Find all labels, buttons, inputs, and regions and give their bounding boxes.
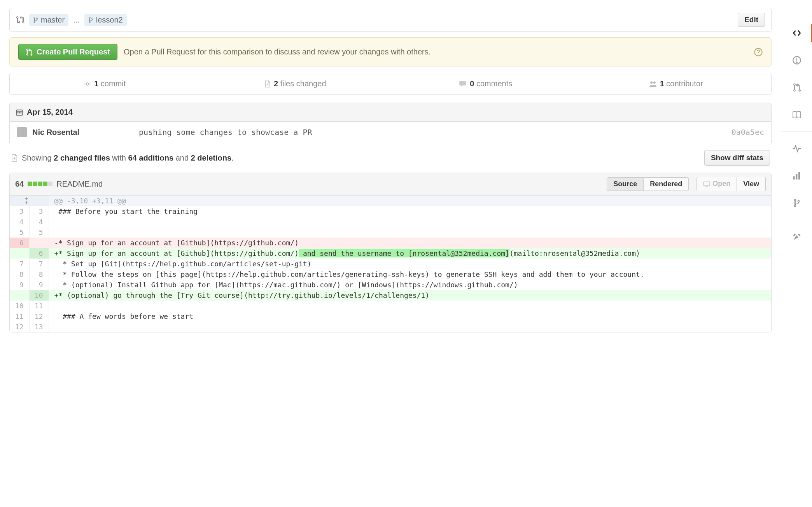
commit-author: Nic Rosental [32,128,133,137]
diff-line: 55 [10,227,771,238]
svg-rect-11 [21,112,22,114]
sidebar-code-icon[interactable] [781,19,812,47]
compare-dots: ... [73,16,80,24]
file-changes-count: 64 [15,180,24,189]
sidebar-wiki-icon[interactable] [781,101,812,128]
stat-comments[interactable]: 0 comments [390,73,581,94]
svg-point-16 [796,62,797,63]
view-button[interactable]: View [737,177,766,191]
diff-line: 1112 ### A few words before we start [10,311,771,322]
help-icon[interactable] [754,48,763,56]
svg-rect-18 [793,176,794,179]
svg-point-6 [653,81,655,84]
compare-stats-bar: 1 commit 2 files changed 0 comments 1 co… [9,73,772,95]
sidebar-network-icon[interactable] [781,189,812,217]
base-branch-pill[interactable]: master [29,14,68,26]
edit-button[interactable]: Edit [738,13,765,27]
svg-rect-19 [796,174,797,180]
svg-point-1 [758,53,759,54]
sidebar-issues-icon[interactable] [781,47,812,74]
svg-rect-12 [704,182,710,185]
compare-icon [16,15,24,24]
source-tab-button[interactable]: Source [607,177,644,191]
svg-point-2 [86,83,89,85]
branch-compare-bar: master ... lesson2 Edit [9,8,772,32]
diff-table: @@ -3,10 +3,11 @@ 33 ### Before you star… [10,196,771,332]
sidebar-pulse-icon[interactable] [781,135,812,162]
diff-line: 77 * Set up [Git](https://help.github.co… [10,259,771,269]
create-pull-request-button[interactable]: Create Pull Request [18,44,117,60]
diff-file-box: 64 README.md Source Rendered Open View [9,173,772,332]
svg-rect-10 [19,112,20,114]
diff-line: 6-* Sign up for an account at [Github](h… [10,238,771,248]
svg-rect-20 [798,172,800,179]
svg-point-5 [650,81,653,84]
create-pr-banner: Create Pull Request Open a Pull Request … [9,37,772,66]
hunk-text: @@ -3,10 +3,11 @@ [49,196,771,206]
sidebar-graphs-icon[interactable] [781,162,812,189]
hunk-header-row: @@ -3,10 +3,11 @@ [10,196,771,206]
diff-line: 1213 [10,322,771,332]
avatar [17,127,27,137]
right-sidebar [781,0,812,340]
svg-rect-9 [18,112,19,114]
compare-branch-pill[interactable]: lesson2 [84,14,127,26]
commit-row[interactable]: Nic Rosental pushing some changes to sho… [9,122,772,143]
diff-line: 44 [10,217,771,227]
commit-date-header: Apr 15, 2014 [9,103,772,122]
svg-rect-13 [705,186,708,186]
diff-line: 6+* Sign up for an account at [Github](h… [10,248,771,259]
diff-summary: Showing 2 changed files with 64 addition… [9,143,772,173]
open-button: Open [696,177,737,191]
diff-line: 88 * Follow the steps on [this page](htt… [10,269,771,280]
rendered-tab-button[interactable]: Rendered [644,177,689,191]
commit-message: pushing some changes to showcase a PR [139,128,726,137]
stat-commits[interactable]: 1 commit [10,73,200,94]
stat-contributors[interactable]: 1 contributor [581,73,772,94]
stat-files[interactable]: 2 files changed [200,73,391,94]
diff-line: 10+* (optional) go through the [Try Git … [10,290,771,301]
file-header: 64 README.md Source Rendered Open View [10,173,771,196]
sidebar-pull-request-icon[interactable] [781,74,812,101]
commit-sha[interactable]: 0a0a5ec [732,128,764,137]
compare-branch-label: lesson2 [96,16,123,24]
expand-icon[interactable] [10,196,49,206]
diff-stat-blocks [28,182,52,186]
diff-line: 99 * (optional) Install Github app for [… [10,280,771,290]
pr-banner-text: Open a Pull Request for this comparison … [124,47,430,56]
diff-line: 1011 [10,301,771,311]
sidebar-settings-icon[interactable] [781,223,812,250]
show-diff-stats-button[interactable]: Show diff stats [704,150,770,166]
diff-line: 33 ### Before you start the training [10,206,771,217]
diff-summary-text: Showing 2 changed files with 64 addition… [22,154,234,163]
base-branch-label: master [41,16,65,24]
file-name[interactable]: README.md [56,180,103,189]
